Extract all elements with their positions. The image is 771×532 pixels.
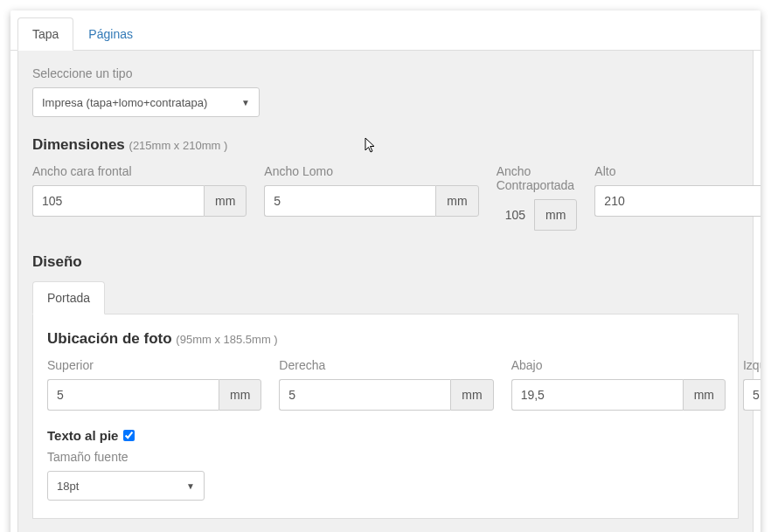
footer-text-row: Texto al pie (47, 428, 724, 443)
type-label: Seleccione un tipo (32, 66, 739, 80)
ancho-contra-label: Ancho Contraportada (497, 164, 578, 192)
tab-tapa[interactable]: Tapa (17, 17, 73, 51)
photo-hint: (95mm x 185.5mm ) (176, 333, 277, 346)
ancho-lomo-label: Ancho Lomo (264, 164, 478, 178)
dimensions-row: Ancho cara frontal mm Ancho Lomo mm Anch… (32, 164, 739, 231)
superior-input[interactable] (47, 379, 219, 411)
design-subtabs: Portada (32, 281, 739, 314)
photo-title: Ubicación de foto (95mm x 185.5mm ) (47, 330, 724, 348)
izquierda-label: Izquierda (743, 358, 761, 372)
unit-mm: mm (204, 185, 247, 217)
footer-text-label: Texto al pie (47, 428, 118, 443)
alto-input[interactable] (594, 185, 761, 217)
caret-down-icon: ▼ (241, 98, 250, 107)
unit-mm: mm (435, 185, 478, 217)
unit-mm: mm (219, 379, 261, 411)
superior-label: Superior (47, 358, 261, 372)
dimensions-hint: (215mm x 210mm ) (129, 139, 228, 152)
abajo-input[interactable] (511, 379, 683, 411)
derecha-input[interactable] (279, 379, 450, 411)
unit-mm: mm (534, 199, 577, 231)
abajo-label: Abajo (511, 358, 726, 372)
derecha-label: Derecha (279, 358, 493, 372)
unit-mm: mm (683, 379, 726, 411)
font-size-label: Tamaño fuente (47, 450, 724, 464)
design-subcontent: Ubicación de foto (95mm x 185.5mm ) Supe… (32, 314, 739, 519)
type-select[interactable]: Impresa (tapa+lomo+contratapa) (33, 88, 234, 116)
type-select-wrap[interactable]: Impresa (tapa+lomo+contratapa) ▼ (32, 87, 260, 117)
izquierda-input[interactable] (743, 379, 761, 411)
tab-paginas[interactable]: Páginas (73, 17, 148, 51)
design-title: Diseño (32, 253, 739, 271)
footer-text-checkbox[interactable] (123, 430, 135, 441)
unit-mm: mm (450, 379, 493, 411)
alto-label: Alto (594, 164, 761, 178)
font-size-select-wrap[interactable]: 18pt ▼ (47, 471, 205, 501)
ancho-contra-value: 105 (497, 199, 534, 231)
ancho-frontal-input[interactable] (32, 185, 204, 217)
subtab-portada[interactable]: Portada (32, 281, 105, 314)
font-size-select[interactable]: 18pt (48, 472, 205, 500)
tab-content: Seleccione un tipo Impresa (tapa+lomo+co… (17, 51, 754, 532)
config-panel: Tapa Páginas Seleccione un tipo Impresa … (10, 10, 761, 532)
main-tabs: Tapa Páginas (10, 10, 761, 51)
dimensions-title: Dimensiones (215mm x 210mm ) (32, 136, 739, 154)
ancho-frontal-label: Ancho cara frontal (32, 164, 247, 178)
photo-row: Superior mm Derecha mm Abajo (47, 358, 724, 411)
ancho-lomo-input[interactable] (264, 185, 435, 217)
